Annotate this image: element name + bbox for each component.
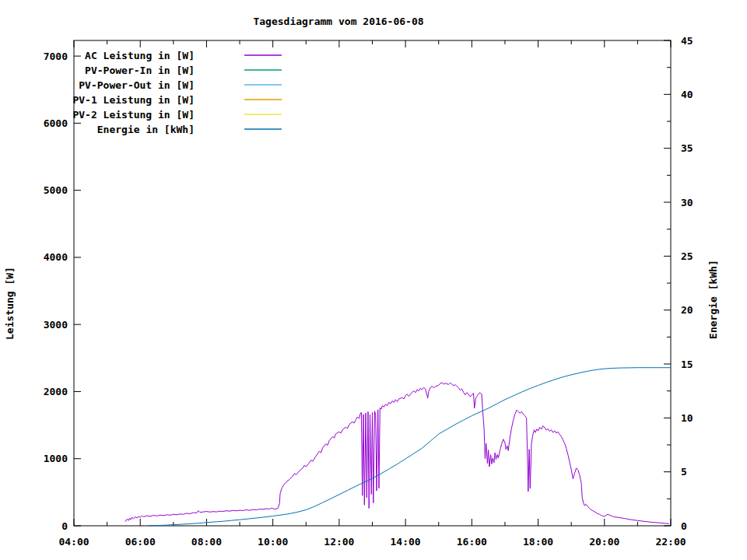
y-right-tick-label: 15: [681, 359, 693, 370]
x-tick-label: 18:00: [523, 536, 553, 548]
y-right-tick-label: 45: [681, 35, 693, 47]
x-tick-label: 16:00: [457, 536, 487, 548]
x-tick-label: 12:00: [324, 536, 354, 548]
x-tick-label: 20:00: [589, 536, 619, 548]
y-right-tick-label: 10: [681, 412, 693, 424]
legend-label: PV-1 Leistung in [W]: [72, 94, 195, 106]
y-right-tick-label: 30: [681, 197, 693, 208]
series-energie-in-kwh-: [149, 368, 671, 526]
y-right-tick-label: 0: [681, 520, 687, 532]
y-right-tick-label: 5: [681, 466, 687, 478]
legend-label: PV-2 Leistung in [W]: [72, 109, 195, 121]
y-left-tick-label: 2000: [44, 386, 68, 397]
legend-label: PV-Power-Out in [W]: [79, 79, 195, 91]
x-tick-label: 06:00: [125, 536, 156, 548]
chart-canvas: Tagesdiagramm vom 2016-06-08 Leistung [W…: [0, 0, 747, 560]
y-left-tick-label: 0: [61, 520, 68, 532]
x-tick-label: 10:00: [258, 536, 288, 548]
x-tick-label: 14:00: [391, 536, 421, 548]
legend-label: Energie in [kWh]: [97, 124, 195, 135]
y-left-tick-label: 6000: [44, 117, 68, 129]
y-left-tick-label: 7000: [44, 51, 68, 62]
y-left-tick-label: 5000: [44, 184, 68, 196]
x-tick-label: 04:00: [58, 536, 89, 548]
y-right-tick-label: 35: [681, 142, 693, 154]
y-left-tick-label: 4000: [44, 251, 68, 263]
y-right-tick-label: 20: [681, 304, 693, 316]
plot-svg: 04:0006:0008:0010:0012:0014:0016:0018:00…: [0, 0, 747, 560]
legend-label: PV-Power-In in [W]: [85, 65, 195, 76]
y-left-tick-label: 3000: [44, 319, 68, 331]
y-left-tick-label: 1000: [44, 453, 68, 464]
legend-label: AC Leistung in [W]: [85, 50, 195, 61]
x-tick-label: 08:00: [191, 536, 222, 548]
y-right-tick-label: 25: [681, 250, 693, 262]
y-right-tick-label: 40: [681, 89, 693, 100]
x-tick-label: 22:00: [655, 536, 686, 548]
series-ac-leistung-in-w-: [125, 383, 669, 524]
